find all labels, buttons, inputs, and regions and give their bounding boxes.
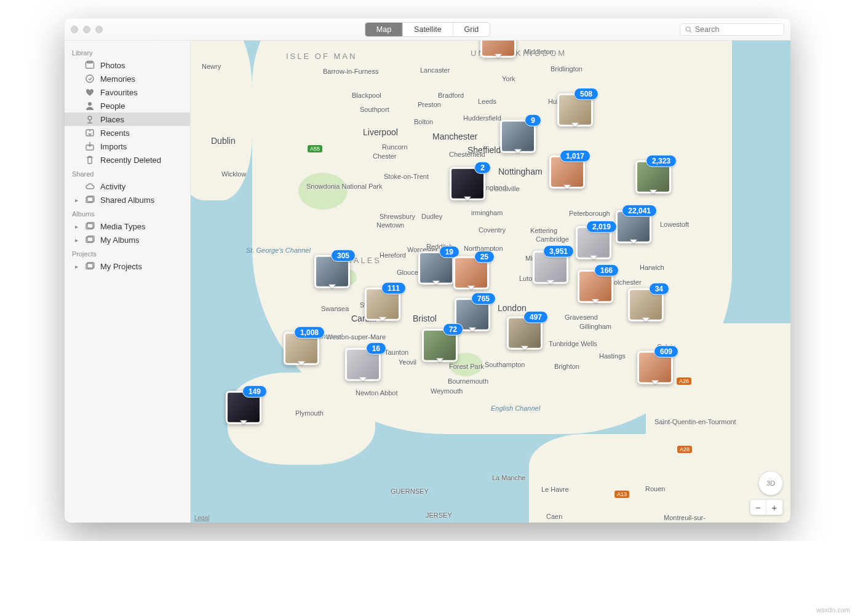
photo-cluster-pin[interactable]: 72	[422, 329, 458, 362]
sidebar-section-header: Albums	[65, 207, 190, 219]
map-city-label: Shrewsbury	[380, 213, 415, 220]
map-canvas[interactable]: Legal 3D − + UNITED KINGDOMWALESISLE OF …	[191, 41, 790, 523]
sidebar-item-photos[interactable]: ▸Photos	[65, 58, 190, 72]
photo-count-badge: 2,019	[586, 221, 617, 233]
photo-cluster-pin[interactable]: 22,041	[616, 210, 651, 243]
map-city-label: Preston	[418, 101, 441, 108]
sidebar-item-recents[interactable]: ▸Recents	[65, 126, 190, 140]
search-input[interactable]	[695, 25, 779, 34]
map-city-label: Bolton	[414, 118, 433, 125]
content: Library▸Photos▸Memories▸Favourites▸Peopl…	[65, 41, 790, 523]
close-icon[interactable]	[71, 26, 78, 33]
map-city-label: Brighton	[554, 363, 579, 370]
map-city-label: Weston-super-Mare	[326, 333, 386, 341]
map-city-label: Barrow-in-Furness	[323, 68, 378, 75]
photo-cluster-pin[interactable]: 2,019	[576, 226, 611, 259]
photo-cluster-pin[interactable]: 9	[500, 120, 536, 153]
titlebar: MapSatelliteGrid	[65, 18, 790, 41]
sidebar-item-my-albums[interactable]: ▸My Albums	[65, 233, 190, 247]
photo-cluster-pin[interactable]: 2	[450, 167, 485, 200]
photo-count-badge: 609	[654, 346, 678, 358]
legal-link[interactable]: Legal	[194, 515, 209, 521]
sidebar-item-label: My Projects	[100, 262, 142, 271]
map-city-label: Forest Park	[449, 363, 484, 370]
sidebar-item-shared-albums[interactable]: ▸Shared Albums	[65, 193, 190, 207]
album-icon	[85, 195, 95, 205]
view-tab-map[interactable]: Map	[365, 23, 403, 36]
photo-cluster-pin[interactable]: 1,008	[284, 332, 319, 365]
fullscreen-icon[interactable]	[95, 26, 103, 33]
imports-icon	[85, 141, 95, 151]
photo-cluster-pin[interactable]: 305	[314, 255, 350, 288]
map-city-label: Le Havre	[541, 486, 569, 493]
sidebar-item-favourites[interactable]: ▸Favourites	[65, 85, 190, 99]
compass-3d-button[interactable]: 3D	[758, 471, 783, 496]
disclosure-triangle-icon[interactable]: ▸	[73, 263, 79, 270]
zoom-out-button[interactable]: −	[750, 500, 766, 515]
photo-count-badge: 305	[331, 250, 356, 262]
map-city-label: Southport	[360, 106, 389, 113]
sidebar-item-places[interactable]: ▸Places	[65, 113, 190, 126]
svg-line-1	[690, 31, 691, 33]
sidebar-item-label: Memories	[100, 74, 135, 84]
disclosure-triangle-icon[interactable]: ▸	[73, 237, 79, 243]
sidebar-section-header: Projects	[65, 247, 190, 259]
zoom-in-button[interactable]: +	[766, 500, 782, 515]
map-city-label: Blackpool	[352, 92, 381, 99]
photo-cluster-pin[interactable]: 16	[345, 348, 381, 381]
map-route-shield: A55	[308, 145, 322, 152]
photo-cluster-pin[interactable]: 149	[226, 391, 261, 424]
sidebar-item-recently-deleted[interactable]: ▸Recently Deleted	[65, 153, 190, 167]
photo-cluster-pin[interactable]: 19	[418, 251, 454, 285]
photo-cluster-pin[interactable]: 2,323	[635, 160, 671, 194]
search-field[interactable]	[680, 23, 784, 36]
photo-cluster-pin[interactable]	[480, 41, 516, 58]
sidebar-item-memories[interactable]: ▸Memories	[65, 72, 190, 85]
sidebar-item-imports[interactable]: ▸Imports	[65, 140, 190, 153]
map-city-label: Weymouth	[431, 387, 463, 395]
sidebar-section-header: Library	[65, 45, 190, 58]
photo-cluster-pin[interactable]: 1,017	[549, 156, 585, 189]
sidebar-item-label: My Albums	[100, 235, 140, 245]
sidebar-item-activity[interactable]: ▸Activity	[65, 180, 190, 193]
photo-cluster-pin[interactable]: 609	[637, 351, 673, 384]
map-city-label: GUERNSEY	[391, 488, 429, 495]
photo-cluster-pin[interactable]: 111	[365, 288, 400, 321]
disclosure-triangle-icon[interactable]: ▸	[73, 223, 79, 230]
map-city-label: Dublin	[211, 136, 236, 146]
map-city-label: Tunbridge Wells	[549, 340, 597, 347]
map-city-label: Middleton	[524, 48, 554, 55]
svg-point-0	[686, 26, 690, 31]
photo-count-badge: 9	[525, 114, 541, 127]
photo-cluster-pin[interactable]: 25	[453, 256, 489, 290]
zoom-control: − +	[750, 499, 783, 515]
cloud-icon	[85, 181, 95, 191]
sidebar-item-label: Media Types	[100, 222, 145, 231]
photo-cluster-pin[interactable]: 3,951	[533, 251, 568, 284]
minimize-icon[interactable]	[83, 26, 90, 33]
disclosure-triangle-icon[interactable]: ▸	[73, 197, 79, 203]
sidebar-item-media-types[interactable]: ▸Media Types	[65, 219, 190, 233]
person-icon	[85, 101, 95, 111]
photo-count-badge: 508	[574, 88, 598, 100]
sidebar-item-people[interactable]: ▸People	[65, 99, 190, 113]
photo-cluster-pin[interactable]: 497	[507, 317, 543, 350]
view-tab-grid[interactable]: Grid	[453, 23, 490, 36]
map-route-shield: A26	[677, 377, 691, 385]
map-route-shield: A13	[614, 491, 629, 498]
map-city-label: Bridlington	[551, 65, 583, 73]
svg-point-4	[86, 75, 93, 82]
map-city-label: Huddersfield	[463, 114, 501, 122]
map-city-label: Runcorn	[382, 143, 408, 151]
album-icon	[85, 261, 95, 271]
heart-icon	[85, 87, 95, 97]
map-city-label: Stoke-on-Trent	[384, 173, 429, 180]
photo-cluster-pin[interactable]: 34	[628, 288, 664, 322]
photo-cluster-pin[interactable]: 166	[578, 270, 613, 303]
map-water-label: English Channel	[491, 405, 540, 412]
view-tab-satellite[interactable]: Satellite	[403, 23, 453, 36]
map-city-label: Plymouth	[295, 409, 324, 417]
sidebar-item-my-projects[interactable]: ▸My Projects	[65, 259, 190, 273]
photo-cluster-pin[interactable]: 508	[557, 93, 593, 127]
svg-point-6	[88, 116, 92, 120]
